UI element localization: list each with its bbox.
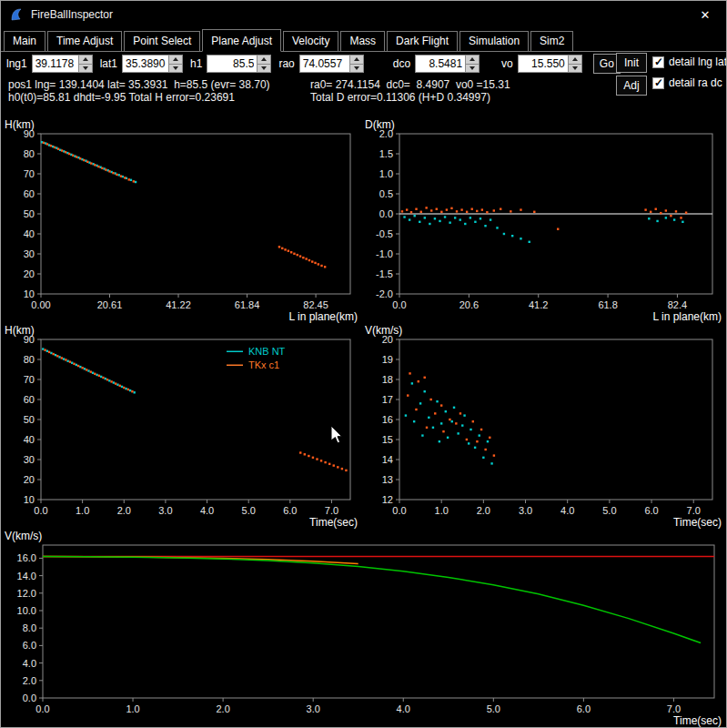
svg-text:Time(sec): Time(sec) [673,714,722,727]
dco-spin-up-icon[interactable] [466,56,479,64]
lng1-input[interactable] [32,55,79,73]
svg-text:80: 80 [24,354,35,365]
svg-text:12.0: 12.0 [17,588,36,599]
lng1-field: lng1 [6,55,93,73]
svg-text:V(km/s): V(km/s) [5,530,42,542]
svg-text:13: 13 [382,474,393,485]
svg-text:0.00: 0.00 [31,299,50,310]
rao-spin-down-icon[interactable] [350,64,363,73]
lat1-spin-down-icon[interactable] [169,64,182,73]
lng1-spin-up-icon[interactable] [79,56,92,64]
svg-text:-0.5: -0.5 [376,228,393,239]
init-button[interactable]: Init [616,53,647,73]
status-pos1: pos1 lng= 139.1404 lat= 35.3931 h=85.5 (… [8,78,270,91]
svg-text:5.0: 5.0 [487,703,500,714]
svg-text:2.0: 2.0 [23,675,36,686]
adj-button[interactable]: Adj [616,76,647,96]
rao-field: rao [278,55,363,73]
svg-text:L in plane(km): L in plane(km) [652,310,722,323]
svg-text:20: 20 [24,268,35,279]
checkbox-box-icon[interactable] [652,56,664,68]
svg-text:L in plane(km): L in plane(km) [288,310,358,323]
svg-text:7.0: 7.0 [687,505,701,516]
svg-text:16.0: 16.0 [17,552,36,563]
vo-label: vo [501,57,513,70]
svg-text:1.0: 1.0 [379,168,393,179]
svg-text:10.0: 10.0 [17,605,36,616]
checkbox-box-icon[interactable] [652,77,664,89]
svg-text:80: 80 [24,148,35,159]
tab-point-select[interactable]: Point Select [124,31,200,51]
h1-spinner [257,55,271,73]
lat1-spin-up-icon[interactable] [169,56,182,64]
svg-text:50: 50 [24,414,35,425]
lat1-label: lat1 [100,57,117,70]
svg-text:Time(sec): Time(sec) [673,516,722,529]
lat1-input[interactable] [122,55,169,73]
svg-text:70: 70 [24,168,35,179]
status-d-error: Total D error=0.11306 (H+D 0.34997) [310,91,490,104]
svg-text:8.0: 8.0 [23,622,36,633]
rao-spin-up-icon[interactable] [350,56,363,64]
svg-text:4.0: 4.0 [200,505,214,516]
window-title: FireBallInspector [31,8,684,21]
rao-input[interactable] [299,55,350,73]
svg-text:40: 40 [24,228,35,239]
tab-mass[interactable]: Mass [340,31,385,51]
tab-simulation[interactable]: Simulation [459,31,529,51]
lng1-spin-down-icon[interactable] [79,64,92,73]
svg-text:3.0: 3.0 [519,505,532,516]
svg-text:17: 17 [382,394,393,405]
chart-velocity-vs-time-model: 0.01.02.03.04.05.06.07.016.014.012.010.0… [3,529,725,727]
svg-text:0.0: 0.0 [23,693,36,703]
chart-deviation-vs-length: 0.020.641.261.882.42.01.51.00.50.0-0.5-1… [363,117,725,323]
dco-input[interactable] [415,55,466,73]
svg-text:2.0: 2.0 [117,505,131,516]
vo-spin-down-icon[interactable] [569,64,581,73]
dco-spinner [466,55,480,73]
svg-text:-1.0: -1.0 [376,248,393,259]
svg-text:0.0: 0.0 [379,208,393,219]
tab-sim2[interactable]: Sim2 [530,31,573,51]
dco-field: dco [393,55,480,73]
svg-text:30: 30 [24,248,35,259]
svg-text:20.61: 20.61 [97,299,123,310]
tab-time-adjust[interactable]: Time Adjust [47,31,122,51]
h1-spin-down-icon[interactable] [257,64,270,73]
svg-text:6.0: 6.0 [23,640,36,651]
tab-velocity[interactable]: Velocity [283,31,338,51]
app-icon [9,7,24,22]
svg-text:0.0: 0.0 [34,505,47,516]
parameter-row: lng1 lat1 h1 rao dco [6,54,621,74]
svg-text:V(km/s): V(km/s) [365,324,402,337]
svg-text:H(km): H(km) [5,118,35,131]
detail-ra-dc-checkbox[interactable]: detail ra dc [652,76,722,89]
detail-lng-lat-label: detail lng lat [669,56,727,68]
svg-text:19: 19 [382,354,393,365]
vo-input[interactable] [518,55,569,73]
rao-label: rao [278,57,294,70]
svg-text:14: 14 [382,454,393,465]
chart-velocity-vs-time-scatter: 0.01.02.03.04.05.06.07.02019181716151413… [363,323,725,529]
detail-lng-lat-checkbox[interactable]: detail lng lat [652,56,727,68]
tab-plane-adjust[interactable]: Plane Adjust [202,29,281,52]
tab-dark-flight[interactable]: Dark Flight [387,31,458,51]
dco-spin-down-icon[interactable] [466,64,479,73]
svg-text:4.0: 4.0 [560,505,574,516]
close-button[interactable]: ✕ [684,1,726,28]
svg-text:12: 12 [382,494,393,505]
svg-text:D(km): D(km) [365,118,395,131]
h1-spin-up-icon[interactable] [257,56,270,64]
h1-input[interactable] [207,55,257,73]
svg-text:40: 40 [24,434,35,445]
plot-area: 0.0020.6141.2261.8482.459080706050403020… [1,105,726,727]
vo-spin-up-icon[interactable] [569,56,581,64]
svg-text:82.4: 82.4 [668,299,687,310]
svg-text:4.0: 4.0 [397,703,410,714]
tab-main[interactable]: Main [4,31,45,51]
svg-text:16: 16 [382,414,393,425]
svg-text:7.0: 7.0 [667,703,681,714]
title-bar[interactable]: FireBallInspector ✕ [1,1,726,28]
svg-text:0.0: 0.0 [35,703,49,714]
svg-text:60: 60 [24,394,35,405]
